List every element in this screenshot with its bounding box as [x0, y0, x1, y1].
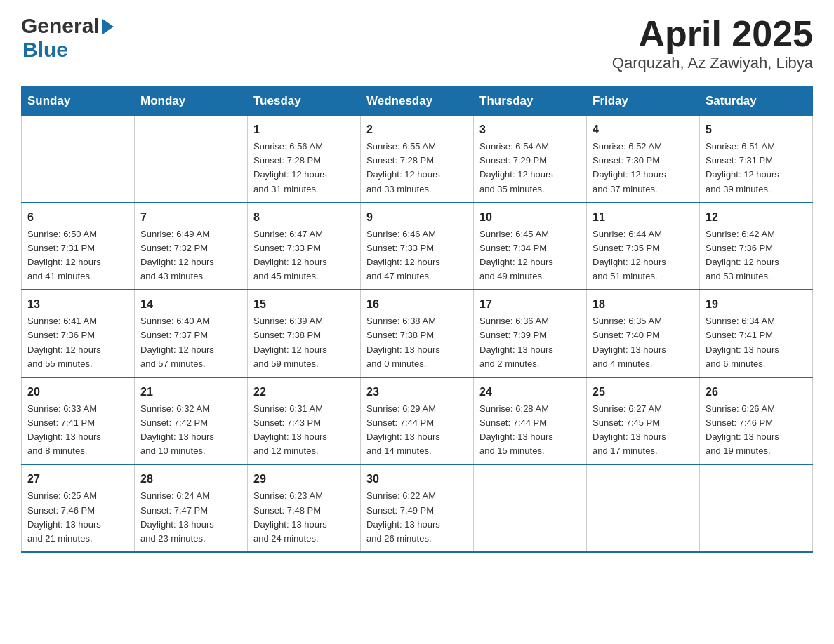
day-info: Sunrise: 6:51 AM Sunset: 7:31 PM Dayligh…	[706, 140, 807, 196]
calendar-day-header: Sunday	[22, 87, 135, 116]
calendar-day-cell: 29Sunrise: 6:23 AM Sunset: 7:48 PM Dayli…	[248, 464, 361, 552]
calendar-day-header: Friday	[587, 87, 700, 116]
day-number: 2	[366, 121, 468, 138]
day-info: Sunrise: 6:25 AM Sunset: 7:46 PM Dayligh…	[27, 489, 128, 546]
day-number: 23	[366, 384, 468, 401]
day-info: Sunrise: 6:22 AM Sunset: 7:49 PM Dayligh…	[366, 489, 468, 546]
calendar-table: SundayMondayTuesdayWednesdayThursdayFrid…	[21, 86, 813, 553]
calendar-day-cell	[700, 464, 813, 552]
day-info: Sunrise: 6:39 AM Sunset: 7:38 PM Dayligh…	[253, 314, 355, 371]
day-info: Sunrise: 6:26 AM Sunset: 7:46 PM Dayligh…	[706, 402, 807, 459]
day-number: 7	[140, 209, 241, 226]
calendar-day-header: Wednesday	[361, 87, 474, 116]
logo: General Blue	[21, 14, 117, 62]
day-number: 21	[140, 384, 241, 401]
day-info: Sunrise: 6:45 AM Sunset: 7:34 PM Dayligh…	[479, 227, 581, 284]
day-number: 30	[366, 471, 468, 488]
day-info: Sunrise: 6:32 AM Sunset: 7:42 PM Dayligh…	[140, 402, 241, 459]
calendar-subtitle: Qarquzah, Az Zawiyah, Libya	[612, 54, 813, 72]
logo-triangle-icon	[102, 19, 114, 34]
calendar-day-cell: 9Sunrise: 6:46 AM Sunset: 7:33 PM Daylig…	[361, 203, 474, 290]
day-number: 26	[706, 384, 807, 401]
calendar-day-cell: 23Sunrise: 6:29 AM Sunset: 7:44 PM Dayli…	[361, 377, 474, 465]
calendar-day-cell: 6Sunrise: 6:50 AM Sunset: 7:31 PM Daylig…	[22, 203, 135, 290]
day-info: Sunrise: 6:27 AM Sunset: 7:45 PM Dayligh…	[593, 402, 694, 459]
day-number: 25	[593, 384, 694, 401]
day-number: 5	[706, 121, 807, 138]
day-info: Sunrise: 6:29 AM Sunset: 7:44 PM Dayligh…	[366, 402, 468, 459]
day-info: Sunrise: 6:54 AM Sunset: 7:29 PM Dayligh…	[479, 140, 581, 196]
day-info: Sunrise: 6:35 AM Sunset: 7:40 PM Dayligh…	[593, 314, 694, 371]
calendar-header-row: SundayMondayTuesdayWednesdayThursdayFrid…	[22, 87, 813, 116]
calendar-week-row: 27Sunrise: 6:25 AM Sunset: 7:46 PM Dayli…	[22, 464, 813, 552]
day-info: Sunrise: 6:24 AM Sunset: 7:47 PM Dayligh…	[140, 489, 241, 546]
day-number: 15	[253, 296, 355, 313]
day-info: Sunrise: 6:40 AM Sunset: 7:37 PM Dayligh…	[140, 314, 241, 371]
calendar-day-cell: 1Sunrise: 6:56 AM Sunset: 7:28 PM Daylig…	[248, 116, 361, 203]
day-number: 17	[479, 296, 581, 313]
title-block: April 2025 Qarquzah, Az Zawiyah, Libya	[612, 14, 813, 72]
day-number: 3	[479, 121, 581, 138]
calendar-day-cell: 2Sunrise: 6:55 AM Sunset: 7:28 PM Daylig…	[361, 116, 474, 203]
logo-blue-text: Blue	[22, 38, 68, 62]
day-number: 29	[253, 471, 355, 488]
calendar-day-cell: 10Sunrise: 6:45 AM Sunset: 7:34 PM Dayli…	[474, 203, 587, 290]
calendar-day-cell: 7Sunrise: 6:49 AM Sunset: 7:32 PM Daylig…	[135, 203, 248, 290]
day-info: Sunrise: 6:34 AM Sunset: 7:41 PM Dayligh…	[706, 314, 807, 371]
calendar-day-cell: 17Sunrise: 6:36 AM Sunset: 7:39 PM Dayli…	[474, 290, 587, 377]
day-number: 13	[27, 296, 128, 313]
page-header: General Blue April 2025 Qarquzah, Az Zaw…	[21, 14, 813, 72]
calendar-day-cell: 25Sunrise: 6:27 AM Sunset: 7:45 PM Dayli…	[587, 377, 700, 465]
calendar-day-cell	[474, 464, 587, 552]
logo-general-text: General	[21, 14, 100, 38]
day-info: Sunrise: 6:55 AM Sunset: 7:28 PM Dayligh…	[366, 140, 468, 196]
calendar-day-cell: 24Sunrise: 6:28 AM Sunset: 7:44 PM Dayli…	[474, 377, 587, 465]
day-number: 19	[706, 296, 807, 313]
day-info: Sunrise: 6:52 AM Sunset: 7:30 PM Dayligh…	[593, 140, 694, 196]
day-number: 9	[366, 209, 468, 226]
day-number: 6	[27, 209, 128, 226]
calendar-day-cell: 28Sunrise: 6:24 AM Sunset: 7:47 PM Dayli…	[135, 464, 248, 552]
day-number: 18	[593, 296, 694, 313]
day-info: Sunrise: 6:38 AM Sunset: 7:38 PM Dayligh…	[366, 314, 468, 371]
calendar-day-cell: 30Sunrise: 6:22 AM Sunset: 7:49 PM Dayli…	[361, 464, 474, 552]
calendar-day-header: Saturday	[700, 87, 813, 116]
day-number: 10	[479, 209, 581, 226]
calendar-day-cell: 12Sunrise: 6:42 AM Sunset: 7:36 PM Dayli…	[700, 203, 813, 290]
day-info: Sunrise: 6:36 AM Sunset: 7:39 PM Dayligh…	[479, 314, 581, 371]
day-info: Sunrise: 6:31 AM Sunset: 7:43 PM Dayligh…	[253, 402, 355, 459]
day-info: Sunrise: 6:28 AM Sunset: 7:44 PM Dayligh…	[479, 402, 581, 459]
calendar-day-cell	[587, 464, 700, 552]
calendar-day-cell: 26Sunrise: 6:26 AM Sunset: 7:46 PM Dayli…	[700, 377, 813, 465]
day-number: 8	[253, 209, 355, 226]
day-number: 24	[479, 384, 581, 401]
calendar-day-cell: 3Sunrise: 6:54 AM Sunset: 7:29 PM Daylig…	[474, 116, 587, 203]
calendar-day-cell: 15Sunrise: 6:39 AM Sunset: 7:38 PM Dayli…	[248, 290, 361, 377]
day-number: 1	[253, 121, 355, 138]
day-info: Sunrise: 6:23 AM Sunset: 7:48 PM Dayligh…	[253, 489, 355, 546]
calendar-title: April 2025	[612, 14, 813, 54]
day-info: Sunrise: 6:50 AM Sunset: 7:31 PM Dayligh…	[27, 227, 128, 284]
calendar-day-cell: 5Sunrise: 6:51 AM Sunset: 7:31 PM Daylig…	[700, 116, 813, 203]
day-info: Sunrise: 6:47 AM Sunset: 7:33 PM Dayligh…	[253, 227, 355, 284]
day-number: 16	[366, 296, 468, 313]
day-info: Sunrise: 6:44 AM Sunset: 7:35 PM Dayligh…	[593, 227, 694, 284]
calendar-day-header: Thursday	[474, 87, 587, 116]
day-info: Sunrise: 6:49 AM Sunset: 7:32 PM Dayligh…	[140, 227, 241, 284]
calendar-week-row: 1Sunrise: 6:56 AM Sunset: 7:28 PM Daylig…	[22, 116, 813, 203]
day-number: 27	[27, 471, 128, 488]
day-number: 12	[706, 209, 807, 226]
day-info: Sunrise: 6:46 AM Sunset: 7:33 PM Dayligh…	[366, 227, 468, 284]
calendar-day-cell: 8Sunrise: 6:47 AM Sunset: 7:33 PM Daylig…	[248, 203, 361, 290]
calendar-day-cell: 4Sunrise: 6:52 AM Sunset: 7:30 PM Daylig…	[587, 116, 700, 203]
calendar-day-cell: 20Sunrise: 6:33 AM Sunset: 7:41 PM Dayli…	[22, 377, 135, 465]
day-info: Sunrise: 6:56 AM Sunset: 7:28 PM Dayligh…	[253, 140, 355, 196]
day-info: Sunrise: 6:33 AM Sunset: 7:41 PM Dayligh…	[27, 402, 128, 459]
calendar-day-header: Tuesday	[248, 87, 361, 116]
day-number: 4	[593, 121, 694, 138]
calendar-day-cell: 18Sunrise: 6:35 AM Sunset: 7:40 PM Dayli…	[587, 290, 700, 377]
calendar-day-cell: 22Sunrise: 6:31 AM Sunset: 7:43 PM Dayli…	[248, 377, 361, 465]
day-number: 11	[593, 209, 694, 226]
calendar-day-cell: 21Sunrise: 6:32 AM Sunset: 7:42 PM Dayli…	[135, 377, 248, 465]
day-number: 14	[140, 296, 241, 313]
